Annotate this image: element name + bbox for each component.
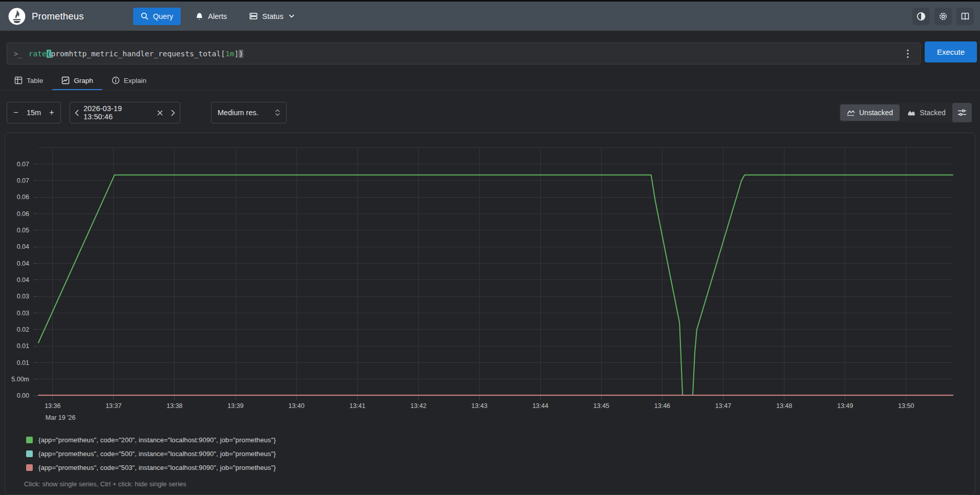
legend-item[interactable]: {app="prometheus", code="503", instance=…: [26, 461, 276, 475]
y-axis-tick-label: 0.06: [17, 193, 29, 201]
query-token: rate: [29, 50, 47, 58]
nav-item-status[interactable]: Status: [242, 8, 302, 25]
query-token: promhttp_metric_handler_requests_total: [51, 50, 221, 58]
query-token: [: [221, 50, 225, 58]
y-axis-tick-label: 0.05: [17, 227, 29, 234]
x-axis-tick-label: 13:40: [288, 402, 304, 410]
x-axis-tick-label: 13:48: [776, 402, 792, 410]
graph-icon: [61, 76, 70, 84]
server-icon: [249, 12, 258, 20]
x-axis-tick-label: 13:45: [593, 402, 609, 410]
x-axis-tick-label: 13:43: [472, 402, 487, 410]
chevron-left-icon: [75, 110, 79, 116]
range-increase-button[interactable]: +: [43, 102, 60, 123]
axis-labels: 0.005.00m0.010.010.020.030.030.040.040.0…: [11, 161, 914, 422]
prometheus-app: Prometheus QueryAlertsStatus: [0, 0, 980, 495]
stacked-option[interactable]: Stacked: [901, 104, 952, 121]
execute-button[interactable]: Execute: [925, 41, 977, 62]
grid-lines: [38, 147, 953, 396]
tab-table[interactable]: Table: [5, 72, 52, 90]
navbar: Prometheus QueryAlertsStatus: [0, 0, 980, 31]
tab-graph[interactable]: Graph: [52, 72, 102, 90]
y-axis-tick-label: 0.01: [17, 359, 29, 367]
query-token: (: [47, 50, 51, 58]
end-time-control: 2026-03-19 13:50:46: [70, 102, 180, 123]
panel-tabs: TableGraphExplain: [0, 72, 980, 91]
nav-item-alerts[interactable]: Alerts: [188, 8, 235, 25]
theme-toggle-button[interactable]: [912, 8, 930, 25]
x-axis-tick-label: 13:38: [166, 402, 182, 410]
tab-label: Graph: [74, 77, 93, 84]
graph-settings-button[interactable]: [952, 103, 972, 122]
info-icon: [112, 76, 120, 84]
query-token: ]: [234, 50, 239, 58]
adjustments-icon: [957, 108, 967, 117]
clear-time-button[interactable]: [153, 102, 166, 123]
book-icon: [960, 11, 970, 21]
x-axis-date-label: Mar 19 '26: [46, 414, 76, 421]
settings-button[interactable]: [934, 8, 952, 25]
graph-panel: 0.005.00m0.010.010.020.030.030.040.040.0…: [5, 133, 975, 495]
tab-label: Explain: [124, 77, 146, 84]
brand-name: Prometheus: [32, 11, 84, 22]
docs-button[interactable]: [956, 8, 974, 25]
search-icon: [141, 12, 148, 20]
prometheus-logo-icon: [8, 8, 26, 25]
legend: {app="prometheus", code="200", instance=…: [26, 433, 276, 488]
chevron-down-icon: [289, 14, 294, 18]
kebab-icon: [907, 49, 909, 58]
x-axis-tick-label: 13:47: [715, 402, 731, 410]
unstacked-option[interactable]: Unstacked: [840, 104, 900, 121]
unstacked-icon: [847, 109, 855, 116]
tab-label: Table: [27, 77, 43, 84]
y-axis-tick-label: 0.03: [17, 293, 29, 300]
nav-item-label: Status: [262, 12, 283, 20]
chevron-right-icon: [171, 110, 175, 116]
stacked-label: Stacked: [920, 109, 946, 117]
nav-right: [912, 8, 974, 25]
legend-swatch: [26, 450, 33, 457]
contrast-icon: [916, 11, 926, 21]
legend-label: {app="prometheus", code="500", instance=…: [38, 450, 276, 458]
legend-hint: Click: show single series, Ctrl + click:…: [24, 480, 276, 488]
query-expression: rate(promhttp_metric_handler_requests_to…: [29, 50, 243, 58]
range-decrease-button[interactable]: −: [7, 102, 25, 123]
y-axis-tick-label: 0.04: [17, 243, 29, 250]
resolution-select[interactable]: Medium res.: [211, 102, 287, 123]
tab-explain[interactable]: Explain: [102, 72, 156, 90]
x-axis-tick-label: 13:49: [837, 402, 853, 410]
axis-ticks: [33, 164, 906, 400]
y-axis-tick-label: 0.06: [17, 210, 29, 218]
terminal-prompt-icon: >_: [14, 50, 22, 58]
series-lines: [38, 175, 953, 395]
legend-item[interactable]: {app="prometheus", code="200", instance=…: [26, 433, 276, 447]
legend-swatch: [26, 437, 33, 443]
legend-item[interactable]: {app="prometheus", code="500", instance=…: [26, 447, 276, 461]
x-axis-tick-label: 13:41: [349, 402, 365, 410]
select-chevrons-icon: [275, 109, 280, 117]
query-menu-button[interactable]: [902, 43, 914, 64]
stacking-toggle: Unstacked Stacked: [839, 103, 954, 122]
time-back-button[interactable]: [70, 102, 83, 123]
y-axis-tick-label: 0.04: [17, 260, 29, 267]
range-value[interactable]: 15m: [27, 109, 41, 117]
nav-items: QueryAlertsStatus: [133, 8, 303, 25]
legend-label: {app="prometheus", code="200", instance=…: [38, 436, 276, 444]
time-forward-button[interactable]: [166, 102, 180, 123]
nav-item-query[interactable]: Query: [133, 8, 181, 25]
x-axis-tick-label: 13:44: [532, 402, 548, 410]
stacked-icon: [907, 109, 915, 116]
brand[interactable]: Prometheus: [8, 8, 84, 25]
x-axis-tick-label: 13:42: [411, 402, 427, 410]
x-axis-tick-label: 13:46: [654, 402, 670, 410]
y-axis-tick-label: 5.00m: [11, 376, 29, 383]
y-axis-tick-label: 0.03: [17, 310, 29, 317]
legend-swatch: [26, 464, 33, 471]
graph-controls: − 15m + 2026-03-19 13:50:46 Medium res.: [0, 101, 980, 124]
bell-icon: [196, 12, 203, 20]
end-time-value[interactable]: 2026-03-19 13:50:46: [83, 104, 153, 121]
query-expression-input[interactable]: >_ rate(promhttp_metric_handler_requests…: [7, 42, 921, 64]
table-icon: [14, 76, 23, 84]
query-token: ): [239, 50, 243, 58]
y-axis-tick-label: 0.04: [17, 276, 29, 284]
